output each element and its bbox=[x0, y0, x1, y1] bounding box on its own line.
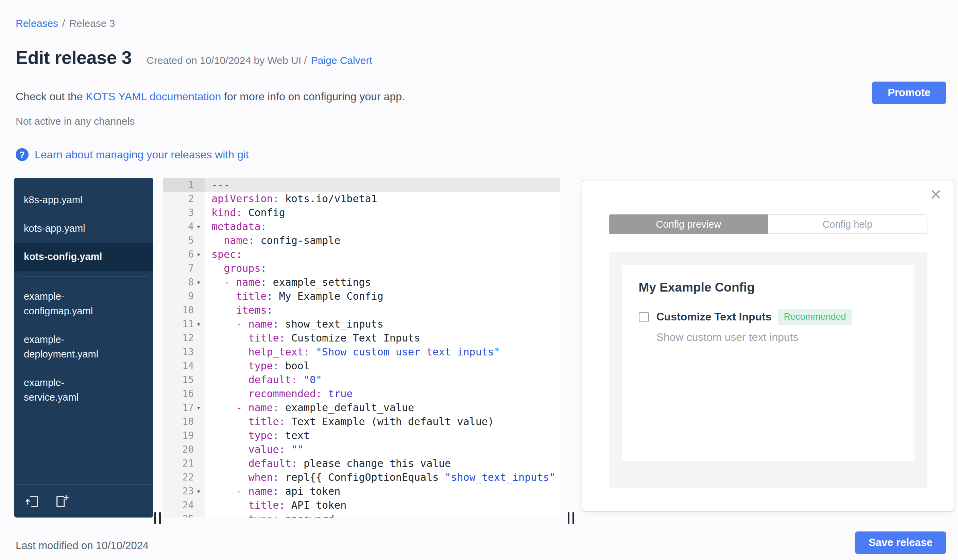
code-line-16[interactable]: 16 recommended: true bbox=[163, 387, 560, 401]
code-text: - name: example_default_value bbox=[205, 401, 560, 414]
code-line-17[interactable]: 17▾ - name: example_default_value bbox=[163, 401, 560, 414]
file-tab-kots-app.yaml[interactable]: kots-app.yaml bbox=[14, 214, 116, 243]
code-line-4[interactable]: 4▾metadata: bbox=[163, 220, 560, 233]
code-line-19[interactable]: 19 type: text bbox=[163, 429, 560, 443]
file-tab-example-service.yaml[interactable]: example-service.yaml bbox=[14, 369, 116, 412]
code-line-12[interactable]: 12 title: Customize Text Inputs bbox=[163, 331, 560, 345]
gutter-cell: 12 bbox=[163, 331, 205, 345]
gutter-cell: 4▾ bbox=[163, 220, 205, 233]
breadcrumb-link-releases[interactable]: Releases bbox=[16, 18, 58, 29]
line-number: 4 bbox=[188, 221, 194, 232]
file-sidebar: k8s-app.yamlkots-app.yamlkots-config.yam… bbox=[14, 178, 153, 517]
code-line-15[interactable]: 15 default: "0" bbox=[163, 373, 560, 387]
gutter-cell: 7 bbox=[163, 261, 205, 275]
line-number: 19 bbox=[182, 430, 194, 441]
code-line-6[interactable]: 6▾spec: bbox=[163, 247, 560, 261]
upload-file-icon[interactable] bbox=[24, 494, 40, 509]
line-number: 23 bbox=[182, 486, 194, 497]
gutter-cell: 6▾ bbox=[163, 247, 205, 261]
code-line-21[interactable]: 21 default: please change this value bbox=[163, 456, 560, 470]
code-line-10[interactable]: 10 items: bbox=[163, 303, 560, 317]
code-editor[interactable]: 1---2apiVersion: kots.io/v1beta13kind: C… bbox=[163, 178, 560, 517]
code-line-5[interactable]: 5 name: config-sample bbox=[163, 233, 560, 247]
file-tab-k8s-app.yaml[interactable]: k8s-app.yaml bbox=[14, 186, 116, 214]
file-tab-example-deployment.yaml[interactable]: example-deployment.yaml bbox=[14, 326, 116, 369]
breadcrumb: Releases / Release 3 bbox=[16, 18, 115, 29]
promote-button[interactable]: Promote bbox=[872, 82, 946, 104]
gutter-cell: 3 bbox=[163, 206, 205, 220]
gutter-cell: 25 bbox=[163, 512, 205, 517]
code-text: title: Text Example (with default value) bbox=[205, 414, 560, 429]
code-text: type: password bbox=[205, 512, 560, 517]
code-text: --- bbox=[205, 178, 560, 191]
code-line-18[interactable]: 18 title: Text Example (with default val… bbox=[163, 414, 560, 429]
line-number: 24 bbox=[182, 500, 194, 511]
config-item-help: Show custom user text inputs bbox=[657, 331, 898, 343]
tab-config-help[interactable]: Config help bbox=[768, 214, 928, 234]
channel-status: Not active in any channels bbox=[16, 115, 135, 127]
code-text: value: "" bbox=[205, 443, 560, 456]
git-help-row[interactable]: ? Learn about managing your releases wit… bbox=[16, 148, 249, 161]
title-row: Edit release 3 Created on 10/10/2024 by … bbox=[16, 47, 372, 68]
sidebar-footer bbox=[14, 484, 153, 517]
code-line-2[interactable]: 2apiVersion: kots.io/v1beta1 bbox=[163, 191, 560, 206]
fold-arrow-icon[interactable]: ▾ bbox=[194, 404, 203, 412]
gutter-cell: 13 bbox=[163, 345, 205, 359]
code-line-13[interactable]: 13 help_text: "Show custom user text inp… bbox=[163, 345, 560, 359]
gutter-cell: 19 bbox=[163, 429, 205, 443]
code-line-20[interactable]: 20 value: "" bbox=[163, 443, 560, 456]
line-number: 6 bbox=[188, 249, 194, 260]
tab-config-preview[interactable]: Config preview bbox=[609, 214, 769, 234]
author-link[interactable]: Paige Calvert bbox=[311, 55, 372, 66]
code-line-14[interactable]: 14 type: bool bbox=[163, 359, 560, 373]
fold-arrow-icon[interactable]: ▾ bbox=[194, 278, 203, 286]
new-file-icon[interactable] bbox=[54, 494, 70, 509]
pane-resize-handle-right[interactable] bbox=[568, 512, 574, 524]
line-number: 16 bbox=[182, 388, 194, 399]
code-text: - name: api_token bbox=[205, 484, 560, 498]
file-group-divider bbox=[19, 277, 148, 277]
close-icon[interactable]: ✕ bbox=[929, 187, 942, 202]
code-line-3[interactable]: 3kind: Config bbox=[163, 206, 560, 220]
code-line-7[interactable]: 7 groups: bbox=[163, 261, 560, 275]
code-line-1[interactable]: 1--- bbox=[163, 178, 560, 191]
docs-link[interactable]: KOTS YAML documentation bbox=[86, 90, 221, 103]
file-tab-kots-config.yaml[interactable]: kots-config.yaml bbox=[14, 243, 153, 271]
editor-rows: 1---2apiVersion: kots.io/v1beta13kind: C… bbox=[163, 178, 560, 517]
code-line-11[interactable]: 11▾ - name: show_text_inputs bbox=[163, 317, 560, 331]
line-number: 14 bbox=[182, 360, 194, 372]
pane-resize-handle-left[interactable] bbox=[154, 512, 161, 524]
fold-arrow-icon[interactable]: ▾ bbox=[194, 487, 203, 495]
resize-bar bbox=[154, 512, 156, 524]
docs-prefix: Check out the bbox=[16, 90, 86, 103]
fold-arrow-icon[interactable]: ▾ bbox=[194, 320, 203, 328]
fold-arrow-icon[interactable]: ▾ bbox=[194, 250, 203, 259]
save-release-button[interactable]: Save release bbox=[855, 532, 946, 554]
code-line-8[interactable]: 8▾ - name: example_settings bbox=[163, 275, 560, 289]
gutter-cell: 8▾ bbox=[163, 275, 205, 289]
code-line-25[interactable]: 25 type: password bbox=[163, 512, 560, 517]
fold-arrow-icon[interactable]: ▾ bbox=[194, 223, 203, 231]
line-number: 8 bbox=[188, 277, 194, 288]
code-line-24[interactable]: 24 title: API token bbox=[163, 498, 560, 512]
code-text: - name: example_settings bbox=[205, 275, 560, 289]
line-number: 7 bbox=[188, 263, 194, 274]
gutter-cell: 24 bbox=[163, 498, 205, 512]
code-text: recommended: true bbox=[205, 387, 560, 401]
code-line-23[interactable]: 23▾ - name: api_token bbox=[163, 484, 560, 498]
code-line-9[interactable]: 9 title: My Example Config bbox=[163, 289, 560, 303]
line-number: 17 bbox=[182, 402, 194, 413]
config-preview-body: My Example Config Customize Text Inputs … bbox=[609, 252, 928, 488]
code-text: - name: show_text_inputs bbox=[205, 317, 560, 331]
line-number: 2 bbox=[188, 193, 194, 204]
git-help-link[interactable]: Learn about managing your releases with … bbox=[35, 149, 249, 161]
code-text: type: bool bbox=[205, 359, 560, 373]
customize-text-inputs-checkbox[interactable] bbox=[639, 312, 649, 322]
release-editor: k8s-app.yamlkots-app.yamlkots-config.yam… bbox=[0, 178, 958, 517]
line-number: 21 bbox=[182, 458, 194, 469]
file-tab-example-configmap.yaml[interactable]: example-configmap.yaml bbox=[14, 282, 116, 326]
line-number: 22 bbox=[182, 471, 194, 483]
gutter-cell: 22 bbox=[163, 470, 205, 484]
code-line-22[interactable]: 22 when: repl{{ ConfigOptionEquals "show… bbox=[163, 470, 560, 484]
resize-bar bbox=[568, 512, 569, 524]
